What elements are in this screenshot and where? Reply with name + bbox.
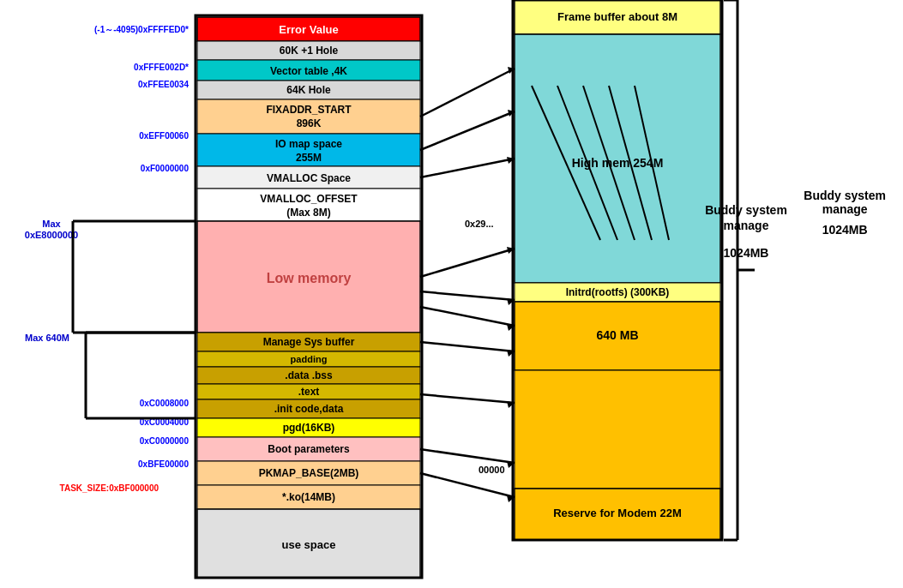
svg-rect-39 bbox=[197, 509, 420, 578]
diagram: Buddy system manage 1024MB Error Value 6… bbox=[0, 0, 903, 588]
svg-rect-41 bbox=[515, 0, 720, 34]
svg-text:pgd(16KB): pgd(16KB) bbox=[283, 422, 335, 434]
svg-line-96 bbox=[420, 473, 515, 497]
svg-line-84 bbox=[420, 249, 515, 277]
svg-text:Low memory: Low memory bbox=[267, 271, 352, 285]
svg-line-86 bbox=[420, 291, 515, 300]
svg-line-104 bbox=[583, 86, 635, 240]
svg-text:Buddy system: Buddy system bbox=[705, 203, 787, 217]
svg-text:0xE8000000: 0xE8000000 bbox=[25, 230, 78, 240]
svg-rect-21 bbox=[197, 333, 420, 351]
svg-rect-37 bbox=[197, 485, 420, 509]
svg-rect-23 bbox=[197, 351, 420, 367]
svg-text:.init code,data: .init code,data bbox=[274, 403, 344, 415]
buddy-title: Buddy system manage bbox=[804, 189, 886, 216]
svg-text:.text: .text bbox=[298, 386, 320, 398]
svg-text:TASK_SIZE:0xBF000000: TASK_SIZE:0xBF000000 bbox=[60, 483, 160, 493]
svg-rect-29 bbox=[197, 399, 420, 418]
svg-text:0xFFEE0034: 0xFFEE0034 bbox=[138, 80, 189, 89]
svg-marker-97 bbox=[507, 495, 515, 502]
svg-text:60K +1 Hole: 60K +1 Hole bbox=[280, 45, 339, 57]
svg-text:Max 640M: Max 640M bbox=[25, 333, 69, 343]
svg-rect-47 bbox=[515, 302, 720, 370]
svg-rect-19 bbox=[197, 221, 420, 333]
buddy-size: 1024MB bbox=[804, 223, 886, 237]
svg-text:Boot parameters: Boot parameters bbox=[268, 443, 350, 455]
svg-rect-27 bbox=[197, 384, 420, 399]
svg-text:IO map space: IO map space bbox=[275, 138, 342, 150]
svg-text:255M: 255M bbox=[296, 152, 322, 164]
svg-text:PKMAP_BASE(2MB): PKMAP_BASE(2MB) bbox=[259, 467, 359, 479]
svg-rect-50 bbox=[515, 489, 720, 540]
svg-rect-31 bbox=[197, 418, 420, 437]
svg-line-78 bbox=[420, 69, 515, 117]
svg-marker-91 bbox=[507, 350, 515, 357]
svg-text:Max: Max bbox=[42, 219, 61, 229]
svg-text:0xF0000000: 0xF0000000 bbox=[141, 164, 190, 173]
svg-marker-83 bbox=[507, 157, 515, 164]
svg-text:Error Value: Error Value bbox=[279, 23, 338, 36]
svg-text:Manage Sys buffer: Manage Sys buffer bbox=[263, 336, 355, 348]
svg-text:0xBFE00000: 0xBFE00000 bbox=[138, 459, 189, 469]
svg-line-105 bbox=[609, 86, 652, 240]
svg-text:High mem 254M: High mem 254M bbox=[572, 156, 664, 170]
svg-marker-79 bbox=[508, 67, 515, 74]
svg-rect-33 bbox=[197, 437, 420, 461]
buddy-system-label: Buddy system manage 1024MB bbox=[804, 189, 886, 237]
svg-rect-0 bbox=[197, 17, 420, 41]
svg-marker-81 bbox=[508, 110, 515, 117]
svg-rect-2 bbox=[197, 41, 420, 60]
svg-text:manage: manage bbox=[724, 219, 769, 232]
svg-rect-53 bbox=[196, 15, 422, 578]
svg-marker-93 bbox=[507, 401, 515, 408]
svg-marker-95 bbox=[507, 461, 515, 468]
svg-rect-25 bbox=[197, 367, 420, 384]
overlay-svg: Error Value 60K +1 Hole Vector table ,4K… bbox=[0, 0, 903, 588]
svg-rect-16 bbox=[197, 189, 420, 221]
svg-text:Vector table ,4K: Vector table ,4K bbox=[270, 65, 347, 77]
svg-text:Reserve for Modem 22M: Reserve for Modem 22M bbox=[553, 507, 682, 519]
svg-text:64K Hole: 64K Hole bbox=[286, 84, 331, 96]
svg-text:FIXADDR_START: FIXADDR_START bbox=[266, 104, 352, 116]
svg-line-90 bbox=[420, 342, 515, 351]
svg-text:.data .bss: .data .bss bbox=[285, 369, 333, 381]
svg-rect-35 bbox=[197, 461, 420, 485]
svg-rect-11 bbox=[197, 134, 420, 166]
svg-rect-8 bbox=[197, 99, 420, 134]
svg-line-82 bbox=[420, 159, 515, 177]
svg-text:00000: 00000 bbox=[479, 465, 505, 475]
svg-rect-52 bbox=[513, 0, 722, 540]
svg-text:896K: 896K bbox=[297, 117, 322, 129]
svg-line-88 bbox=[420, 307, 515, 326]
svg-rect-4 bbox=[197, 60, 420, 81]
svg-marker-89 bbox=[507, 324, 515, 331]
svg-text:(-1～-4095)0xFFFFED0*: (-1～-4095)0xFFFFED0* bbox=[94, 25, 189, 34]
svg-text:Initrd(rootfs) (300KB): Initrd(rootfs) (300KB) bbox=[566, 286, 670, 298]
svg-text:*.ko(14MB): *.ko(14MB) bbox=[282, 491, 335, 503]
svg-text:0xC0000000: 0xC0000000 bbox=[140, 436, 190, 446]
svg-text:VMALLOC Space: VMALLOC Space bbox=[267, 172, 351, 184]
svg-line-80 bbox=[420, 111, 515, 150]
svg-text:0xC0008000: 0xC0008000 bbox=[140, 399, 190, 408]
svg-rect-45 bbox=[515, 283, 720, 302]
svg-line-102 bbox=[532, 86, 600, 240]
svg-text:1024MB: 1024MB bbox=[724, 246, 769, 260]
svg-text:0x29...: 0x29... bbox=[465, 219, 494, 229]
svg-rect-6 bbox=[197, 81, 420, 99]
svg-text:Frame buffer about 8M: Frame buffer about 8M bbox=[557, 10, 677, 23]
svg-text:use space: use space bbox=[282, 538, 336, 551]
svg-text:VMALLOC_OFFSET: VMALLOC_OFFSET bbox=[260, 193, 358, 205]
svg-line-94 bbox=[420, 449, 515, 463]
svg-line-103 bbox=[557, 86, 617, 240]
svg-marker-87 bbox=[507, 298, 515, 305]
svg-text:640 MB: 640 MB bbox=[596, 328, 638, 342]
svg-text:padding: padding bbox=[291, 354, 328, 364]
svg-text:0xC0004000: 0xC0004000 bbox=[140, 417, 190, 427]
svg-rect-14 bbox=[197, 166, 420, 189]
svg-rect-43 bbox=[515, 34, 720, 283]
svg-line-92 bbox=[420, 394, 515, 403]
svg-marker-85 bbox=[507, 247, 515, 254]
svg-text:0xEFF00060: 0xEFF00060 bbox=[139, 131, 189, 141]
svg-line-106 bbox=[635, 86, 669, 240]
svg-text:0xFFFE002D*: 0xFFFE002D* bbox=[134, 63, 189, 72]
